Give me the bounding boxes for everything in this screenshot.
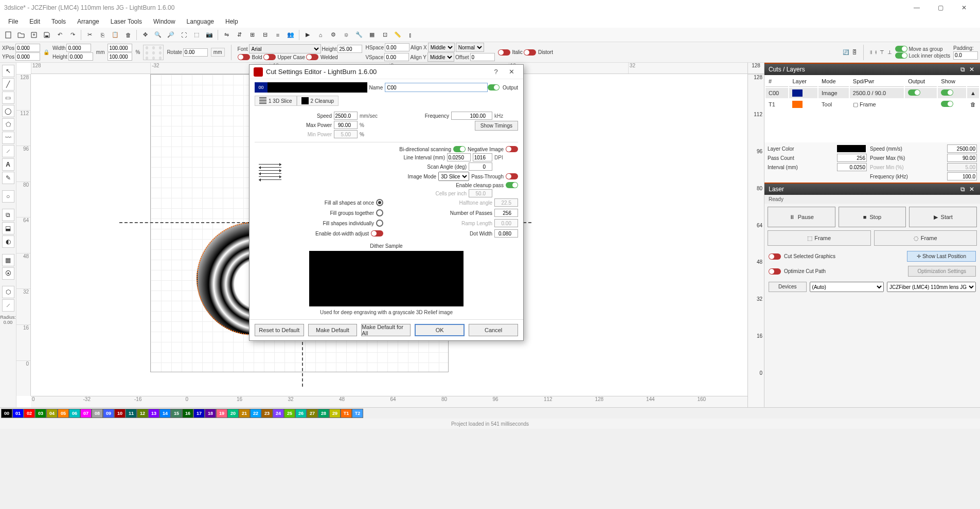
palette-swatch-T2[interactable]: T2 (352, 409, 363, 418)
num-passes-input[interactable] (494, 209, 518, 217)
width-input[interactable] (66, 44, 91, 52)
array-tool[interactable]: ⦿ (2, 267, 14, 280)
polygon-tool[interactable]: ⬠ (2, 118, 14, 131)
offset-input[interactable] (470, 53, 495, 61)
palette-swatch-04[interactable]: 04 (46, 409, 58, 418)
frame-rect-button[interactable]: ⬚Frame (768, 230, 871, 246)
line-tool[interactable]: ╱ (2, 78, 14, 90)
image-mode-select[interactable]: 3D Sliced (438, 172, 469, 181)
align-icon[interactable]: ≡ (272, 29, 284, 41)
output-toggle-dlg[interactable] (488, 84, 500, 90)
align-e2-icon[interactable]: ⫲ (875, 49, 877, 56)
device-name-select[interactable]: JCZFiber (LMC4) 110mm lens JG (887, 282, 976, 292)
trace-tool[interactable]: ⬡ (2, 286, 14, 298)
scan-angle-input[interactable] (469, 162, 492, 171)
upper-toggle[interactable] (263, 54, 276, 60)
ok-button[interactable]: OK (415, 324, 465, 336)
adjust-icon[interactable]: ⫿ (404, 29, 417, 41)
passthrough-toggle[interactable] (506, 173, 518, 179)
ypos-input[interactable] (15, 52, 40, 61)
show-toggle[interactable] (941, 89, 953, 96)
palette-swatch-T1[interactable]: T1 (341, 409, 352, 418)
undo-icon[interactable]: ↶ (54, 29, 66, 41)
mm-unit-button[interactable]: mm (211, 48, 225, 57)
edit-nodes-tool[interactable]: ⟋ (2, 145, 14, 157)
palette-swatch-26[interactable]: 26 (295, 409, 307, 418)
redo-icon[interactable]: ↷ (66, 29, 79, 41)
palette-swatch-22[interactable]: 22 (250, 409, 261, 418)
import-icon[interactable] (28, 29, 40, 41)
palette-swatch-19[interactable]: 19 (216, 409, 227, 418)
hspace-input[interactable] (385, 43, 409, 51)
cancel-button[interactable]: Cancel (469, 324, 518, 336)
style-select[interactable]: Normal (456, 43, 484, 52)
palette-swatch-17[interactable]: 17 (193, 409, 205, 418)
palette-swatch-01[interactable]: 01 (12, 409, 24, 418)
measure-tool[interactable]: ⟋ (2, 299, 14, 312)
align-e4-icon[interactable]: ⊥ (887, 49, 892, 55)
weld-tool[interactable]: ⬓ (2, 222, 14, 234)
aligny-select[interactable]: Middle (427, 52, 454, 62)
text-tool[interactable]: A (2, 158, 14, 171)
cut-icon[interactable]: ✂ (83, 29, 96, 41)
camera-icon[interactable]: 📷 (203, 29, 216, 41)
laser-close-icon[interactable]: ✕ (968, 185, 976, 193)
start-button[interactable]: ▶Start (909, 207, 977, 227)
align-e1-icon[interactable]: ⫴ (870, 49, 872, 56)
wrench-icon[interactable]: 🔧 (353, 29, 365, 41)
menu-language[interactable]: Language (182, 17, 219, 26)
optimize-toggle[interactable] (769, 268, 781, 275)
panel-undock-icon[interactable]: ⧉ (958, 65, 967, 74)
boolean-tool[interactable]: ◐ (2, 235, 14, 248)
layer-name-input[interactable] (385, 83, 488, 92)
palette-swatch-15[interactable]: 15 (171, 409, 182, 418)
menu-tools[interactable]: Tools (46, 17, 71, 26)
move-group-toggle[interactable] (895, 46, 907, 52)
dotwidth-enable-toggle[interactable] (371, 230, 383, 237)
home-icon[interactable]: ⌂ (314, 29, 327, 41)
heightpct-input[interactable] (108, 52, 132, 61)
freq-input[interactable] (947, 172, 977, 180)
palette-swatch-13[interactable]: 13 (148, 409, 159, 418)
fill-groups-radio[interactable] (376, 209, 383, 216)
ellipse-tool[interactable]: ◯ (2, 105, 14, 117)
palette-swatch-02[interactable]: 02 (24, 409, 35, 418)
palette-swatch-28[interactable]: 28 (318, 409, 329, 418)
rotate-input[interactable] (183, 48, 208, 57)
pencil-tool[interactable]: ✎ (2, 172, 14, 184)
palette-swatch-05[interactable]: 05 (58, 409, 69, 418)
alignx-select[interactable]: Middle (428, 43, 455, 52)
palette-swatch-14[interactable]: 14 (159, 409, 171, 418)
mirror-h-icon[interactable]: ⇋ (220, 29, 233, 41)
minimize-button[interactable]: — (905, 0, 929, 15)
palette-swatch-03[interactable]: 03 (35, 409, 46, 418)
zoom-in-icon[interactable]: 🔍 (152, 29, 164, 41)
bold-toggle[interactable] (238, 54, 250, 60)
laser-undock-icon[interactable]: ⧉ (958, 185, 967, 193)
font-select[interactable]: Arial (249, 44, 321, 53)
palette-swatch-12[interactable]: 12 (137, 409, 148, 418)
layer-row-t1[interactable]: T1 Tool ▢ Frame 🗑 (765, 99, 979, 110)
italic-toggle[interactable] (498, 49, 510, 56)
sync-icon[interactable]: 🔄 (843, 49, 849, 55)
save-icon[interactable] (41, 29, 53, 41)
palette-swatch-09[interactable]: 09 (103, 409, 114, 418)
menu-window[interactable]: Window (148, 17, 181, 26)
zoom-fit-icon[interactable]: ⛶ (177, 29, 190, 41)
stop-button[interactable]: ■Stop (839, 207, 906, 227)
preview-icon[interactable]: ▶ (301, 29, 314, 41)
palette-swatch-10[interactable]: 10 (114, 409, 126, 418)
fill-all-radio[interactable] (376, 199, 383, 206)
palette-swatch-06[interactable]: 06 (69, 409, 80, 418)
origin-grid-icon[interactable] (143, 45, 164, 60)
frame-circle-button[interactable]: ◌Frame (874, 230, 977, 246)
offset-tool[interactable]: ⧉ (2, 209, 14, 221)
zoom-out-icon[interactable]: 🔎 (165, 29, 177, 41)
text-height-input[interactable] (337, 45, 362, 53)
interval-input[interactable] (837, 163, 867, 171)
palette-swatch-08[interactable]: 08 (92, 409, 103, 418)
show-timings-button[interactable]: Show Timings (475, 121, 518, 131)
palette-swatch-16[interactable]: 16 (182, 409, 193, 418)
dlg-freq-input[interactable] (451, 112, 492, 120)
array-icon[interactable]: ⊡ (379, 29, 391, 41)
